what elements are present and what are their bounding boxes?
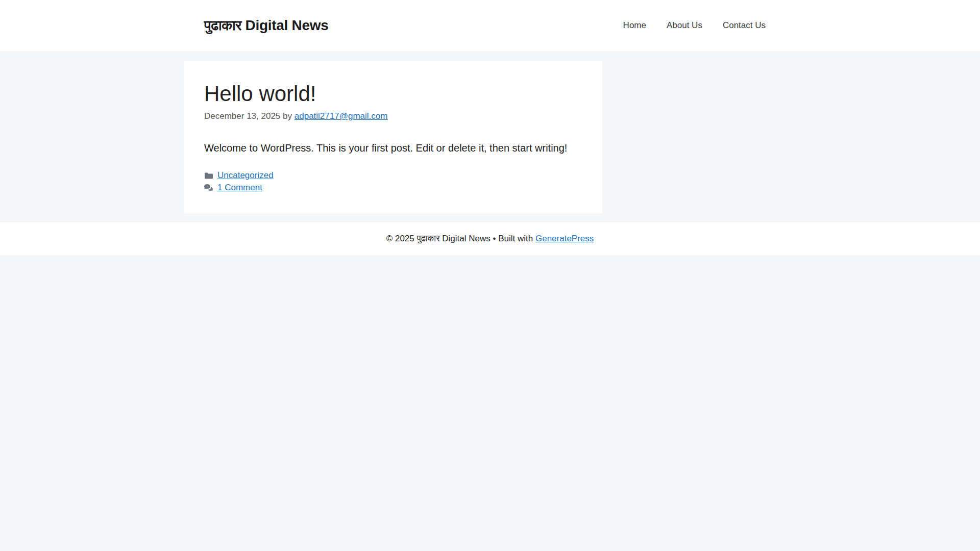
comments-row: 1 Comment bbox=[204, 183, 582, 193]
entry-footer: Uncategorized 1 Comment bbox=[204, 170, 582, 193]
post-body: Welcome to WordPress. This is your first… bbox=[204, 141, 582, 155]
generatepress-link[interactable]: GeneratePress bbox=[535, 234, 594, 243]
post-date: December 13, 2025 bbox=[204, 111, 280, 121]
site-footer: © 2025 पुढाकार Digital News • Built with… bbox=[0, 222, 980, 255]
category-row: Uncategorized bbox=[204, 170, 582, 181]
folder-icon bbox=[204, 171, 213, 180]
primary-nav: Home About Us Contact Us bbox=[613, 0, 776, 51]
nav-link-contact-us[interactable]: Contact Us bbox=[713, 0, 776, 51]
post-card: Hello world! December 13, 2025 by adpati… bbox=[184, 61, 602, 213]
category-link[interactable]: Uncategorized bbox=[217, 170, 274, 181]
header-container: पुढाकार Digital News Home About Us Conta… bbox=[184, 0, 796, 51]
comments-link[interactable]: 1 Comment bbox=[217, 183, 262, 193]
comments-icon bbox=[204, 184, 213, 192]
site-content: Hello world! December 13, 2025 by adpati… bbox=[184, 61, 796, 213]
site-title-link[interactable]: पुढाकार Digital News bbox=[204, 17, 328, 34]
nav-link-about-us[interactable]: About Us bbox=[656, 0, 713, 51]
nav-link-home[interactable]: Home bbox=[613, 0, 656, 51]
site-header: पुढाकार Digital News Home About Us Conta… bbox=[0, 0, 980, 51]
nav-item-contact-us: Contact Us bbox=[713, 0, 776, 51]
nav-item-about-us: About Us bbox=[656, 0, 713, 51]
post-title: Hello world! bbox=[204, 82, 582, 106]
byline-label: by bbox=[283, 111, 292, 121]
post-meta: December 13, 2025 by adpatil2717@gmail.c… bbox=[204, 111, 582, 121]
nav-item-home: Home bbox=[613, 0, 656, 51]
copyright-text: © 2025 पुढाकार Digital News • Built with bbox=[386, 234, 533, 243]
author-link[interactable]: adpatil2717@gmail.com bbox=[295, 111, 388, 121]
